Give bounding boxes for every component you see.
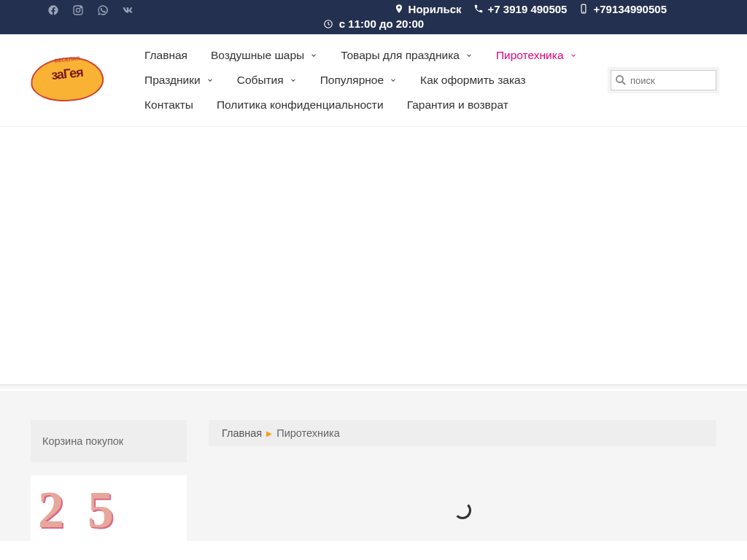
- spinner-icon: [454, 502, 471, 519]
- loading-area: [209, 446, 716, 519]
- cart-box[interactable]: Корзина покупок: [31, 420, 187, 462]
- logo[interactable]: ВЕСЕЛАЯ заГея: [31, 53, 104, 108]
- main-nav: ГлавнаяВоздушные шарыТовары для праздник…: [133, 47, 596, 113]
- nav-item-label: События: [237, 74, 284, 87]
- chevron-down-icon: [390, 77, 397, 84]
- nav-item-8[interactable]: Контакты: [133, 97, 205, 113]
- breadcrumb-current: Пиротехника: [276, 427, 340, 439]
- nav-item-7[interactable]: Как оформить заказ: [409, 72, 538, 88]
- hero-spacer: [0, 127, 747, 385]
- cart-title: Корзина покупок: [42, 435, 123, 447]
- phone1-label: +7 3919 490505: [488, 3, 568, 15]
- breadcrumb-home[interactable]: Главная: [222, 427, 262, 439]
- city-label: Норильск: [409, 3, 462, 15]
- chevron-down-icon: [465, 52, 473, 59]
- nav-item-label: Воздушные шары: [211, 49, 304, 62]
- nav-item-3[interactable]: Пиротехника: [484, 47, 589, 63]
- nav-item-label: Популярное: [320, 74, 384, 87]
- nav-item-10[interactable]: Гарантия и возврат: [395, 97, 520, 113]
- sidebar-promo[interactable]: 2 5: [31, 475, 187, 541]
- balloon-digit-2: 5: [88, 480, 114, 540]
- nav-item-1[interactable]: Воздушные шары: [199, 47, 329, 63]
- breadcrumb-sep-icon: ▶: [266, 429, 272, 438]
- nav-item-label: Гарантия и возврат: [407, 98, 508, 112]
- topbar: Норильск +7 3919 490505 +79134990505 с 1…: [0, 0, 747, 34]
- chevron-down-icon: [290, 77, 297, 84]
- svg-point-1: [76, 8, 80, 12]
- vk-icon[interactable]: [122, 4, 133, 16]
- nav-item-0[interactable]: Главная: [133, 47, 199, 63]
- sidebar: Корзина покупок 2 5: [31, 420, 187, 541]
- nav-item-label: Пиротехника: [496, 49, 564, 62]
- nav-item-5[interactable]: События: [225, 72, 309, 88]
- chevron-down-icon: [570, 52, 577, 59]
- whatsapp-icon[interactable]: [97, 4, 109, 16]
- nav-item-label: Товары для праздника: [341, 49, 460, 62]
- search-icon: [614, 74, 627, 87]
- nav-item-2[interactable]: Товары для праздника: [329, 47, 484, 63]
- breadcrumb: Главная ▶ Пиротехника: [209, 420, 716, 446]
- hours-label: с 11:00 до 20:00: [339, 18, 424, 30]
- city-link[interactable]: Норильск: [394, 3, 462, 15]
- balloon-digit-1: 2: [38, 480, 64, 540]
- nav-item-4[interactable]: Праздники: [133, 72, 225, 88]
- phone1-link[interactable]: +7 3919 490505: [473, 3, 568, 15]
- shadow-band: [0, 385, 747, 391]
- chevron-down-icon: [310, 52, 317, 59]
- location-icon: [394, 4, 404, 14]
- chevron-down-icon: [206, 77, 214, 84]
- svg-point-2: [80, 7, 81, 8]
- facebook-icon[interactable]: [47, 4, 59, 16]
- search-box[interactable]: [611, 70, 716, 90]
- phone-icon: [473, 4, 484, 14]
- header: ВЕСЕЛАЯ заГея ГлавнаяВоздушные шарыТовар…: [0, 34, 747, 127]
- nav-item-label: Контакты: [144, 98, 193, 112]
- nav-item-label: Политика конфиденциальности: [217, 98, 384, 112]
- nav-item-6[interactable]: Популярное: [309, 72, 409, 88]
- social-icons: [15, 1, 133, 16]
- mobile-icon: [578, 4, 589, 14]
- phone2-label: +79134990505: [593, 3, 667, 15]
- nav-item-9[interactable]: Политика конфиденциальности: [205, 97, 395, 113]
- main-content: Главная ▶ Пиротехника: [209, 420, 716, 541]
- content-area: Корзина покупок 2 5 Главная ▶ Пиротехник…: [0, 391, 747, 541]
- svg-line-7: [622, 82, 625, 85]
- svg-point-6: [616, 76, 623, 82]
- instagram-icon[interactable]: [72, 4, 84, 16]
- search-input[interactable]: [630, 75, 713, 86]
- clock-icon: [323, 19, 333, 29]
- nav-item-label: Праздники: [144, 74, 201, 87]
- nav-item-label: Главная: [144, 49, 187, 62]
- nav-item-label: Как оформить заказ: [420, 74, 526, 87]
- phone2-link[interactable]: +79134990505: [578, 3, 667, 15]
